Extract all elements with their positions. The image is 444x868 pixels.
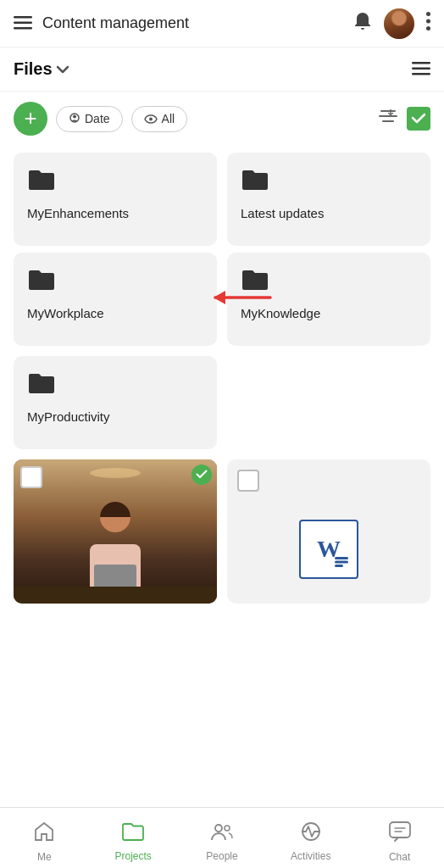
folder-card-myproductivity[interactable]: MyProductivity	[14, 356, 217, 449]
nav-label-people: People	[206, 850, 237, 862]
folder-icon	[241, 268, 417, 298]
folder-name: MyWorkplace	[27, 306, 104, 320]
header-icons	[353, 8, 430, 39]
svg-point-3	[426, 12, 430, 16]
folder-card-myenhancements[interactable]: MyEnhancements	[14, 153, 217, 246]
folder-icon	[27, 268, 203, 298]
filter-bar: + Date All	[0, 92, 444, 146]
hamburger-icon[interactable]	[14, 13, 32, 35]
folder-icon	[27, 168, 203, 198]
svg-rect-16	[335, 557, 348, 559]
folder-name: MyEnhancements	[27, 206, 129, 220]
nav-label-projects: Projects	[115, 850, 152, 862]
media-card-photo[interactable]	[14, 459, 217, 604]
plus-icon: +	[24, 107, 36, 129]
svg-point-20	[225, 826, 230, 831]
activity-icon	[299, 821, 323, 848]
svg-rect-18	[335, 565, 343, 567]
files-dropdown-icon[interactable]	[56, 62, 69, 77]
svg-point-4	[426, 19, 430, 23]
nav-item-me[interactable]: Me	[0, 814, 89, 863]
nav-item-projects[interactable]: Projects	[89, 815, 178, 862]
sub-header-menu-icon[interactable]	[412, 58, 430, 81]
sort-filter-icon[interactable]	[378, 108, 398, 130]
filter-right-icons	[378, 107, 430, 131]
files-title[interactable]: Files	[14, 59, 69, 79]
avatar[interactable]	[384, 8, 414, 39]
svg-rect-6	[412, 62, 430, 64]
all-filter-chip[interactable]: All	[131, 106, 188, 132]
svg-point-11	[149, 117, 153, 120]
page-title: Content management	[42, 14, 353, 32]
svg-rect-22	[390, 822, 410, 837]
folder-name: MyKnowledge	[241, 306, 320, 320]
svg-rect-1	[14, 21, 32, 24]
svg-rect-8	[412, 73, 430, 75]
nav-label-me: Me	[37, 851, 52, 863]
folder-grid-row1: MyEnhancements Latest updates	[0, 146, 444, 253]
people-icon	[210, 821, 234, 848]
sub-header: Files	[0, 47, 444, 92]
folder-icon	[27, 371, 203, 401]
chat-icon	[388, 821, 412, 849]
svg-rect-7	[412, 67, 430, 70]
date-filter-chip[interactable]: Date	[56, 106, 123, 132]
svg-point-10	[73, 114, 76, 118]
svg-point-19	[215, 825, 222, 832]
folder-card-myworkplace[interactable]: MyWorkplace	[14, 253, 217, 346]
nav-item-chat[interactable]: Chat	[355, 814, 444, 863]
top-header: Content management	[0, 0, 444, 47]
photo-checkbox[interactable]	[20, 466, 42, 488]
media-card-document[interactable]: W	[227, 459, 430, 604]
files-label: Files	[14, 59, 53, 79]
home-icon	[33, 821, 55, 849]
nav-label-activities: Activities	[291, 850, 330, 862]
svg-rect-2	[14, 27, 32, 30]
nav-label-chat: Chat	[389, 851, 410, 863]
select-all-checkbox[interactable]	[407, 107, 430, 131]
photo-selected-badge	[191, 465, 212, 485]
nav-item-activities[interactable]: Activities	[266, 815, 355, 862]
svg-point-5	[426, 26, 430, 31]
svg-rect-0	[14, 16, 32, 19]
folder-name: Latest updates	[241, 206, 324, 220]
folder-card-latestupdates[interactable]: Latest updates	[227, 153, 430, 246]
checkmark-icon	[411, 110, 426, 128]
add-button[interactable]: +	[14, 102, 47, 136]
more-options-icon[interactable]	[426, 12, 430, 36]
eye-icon	[144, 112, 158, 126]
nav-item-people[interactable]: People	[178, 815, 267, 862]
folder-name: MyProductivity	[27, 409, 110, 424]
all-chip-label: All	[162, 112, 175, 125]
folder-icon	[241, 168, 417, 198]
date-chip-label: Date	[85, 112, 110, 125]
date-chip-icon	[69, 112, 80, 126]
checkmark-icon	[196, 468, 208, 481]
svg-rect-17	[335, 561, 348, 564]
doc-checkbox[interactable]	[237, 470, 259, 492]
folder-nav-icon	[121, 821, 145, 848]
word-doc-icon: W	[299, 520, 358, 579]
notification-bell-icon[interactable]	[353, 11, 372, 36]
bottom-nav: Me Projects People Activit	[0, 807, 444, 868]
folder-card-myknowledge[interactable]: MyKnowledge	[227, 253, 430, 346]
